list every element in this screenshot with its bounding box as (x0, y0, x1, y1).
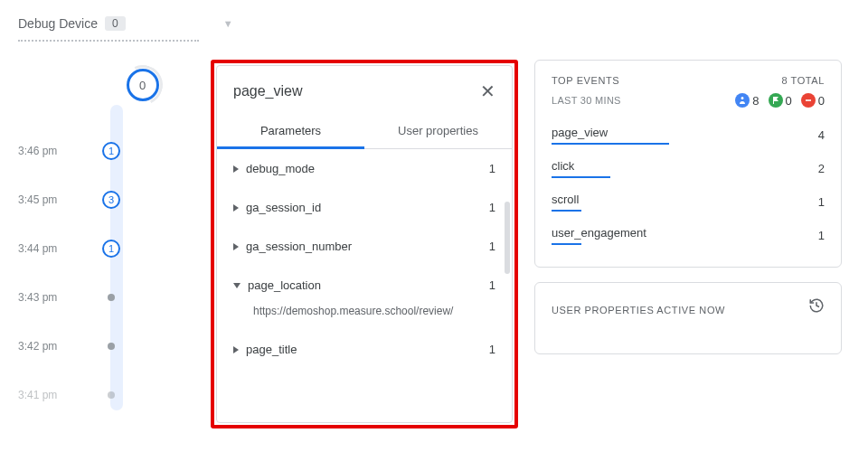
timeline-count-marker[interactable]: 1 (102, 142, 120, 160)
param-row[interactable]: page_title1 (233, 330, 495, 369)
user-properties-title: USER PROPERTIES ACTIVE NOW (552, 305, 725, 315)
timeline: 0 3:46 pm13:45 pm33:44 pm13:43 pm3:42 pm… (18, 60, 194, 419)
top-event-name: scroll (552, 193, 581, 206)
timeline-dot-marker[interactable] (108, 391, 115, 399)
history-icon[interactable] (808, 297, 825, 316)
top-event-count: 2 (818, 162, 825, 175)
param-row[interactable]: ga_session_id1 (233, 188, 495, 227)
stat-errors: 0 (801, 93, 825, 108)
top-event-row[interactable]: user_engagement1 (552, 219, 825, 252)
top-event-name: page_view (552, 126, 669, 139)
timeline-dot-marker[interactable] (108, 343, 115, 350)
flag-icon (769, 93, 783, 108)
tab-user-properties[interactable]: User properties (364, 115, 512, 148)
top-event-bar (552, 243, 581, 245)
chevron-right-icon[interactable] (233, 346, 239, 353)
chevron-right-icon[interactable] (233, 243, 239, 250)
timeline-row[interactable]: 3:45 pm3 (18, 175, 194, 224)
user-properties-card: USER PROPERTIES ACTIVE NOW (534, 282, 842, 354)
top-events-title: TOP EVENTS (552, 75, 619, 86)
timeline-time: 3:43 pm (18, 291, 81, 304)
top-event-name: user_engagement (552, 226, 646, 240)
top-event-bar (552, 210, 581, 212)
top-events-card: TOP EVENTS 8 TOTAL LAST 30 MINS 8 (534, 60, 842, 268)
param-count: 1 (489, 343, 495, 356)
user-icon (735, 93, 750, 108)
debug-device-count-badge: 0 (105, 16, 126, 31)
timeline-dot-marker[interactable] (108, 294, 115, 301)
param-count: 1 (489, 162, 495, 175)
top-events-subtitle: LAST 30 MINS (552, 95, 621, 106)
timeline-count-marker[interactable]: 1 (102, 240, 120, 258)
timeline-row[interactable]: 3:46 pm1 (18, 127, 194, 175)
top-events-total: 8 TOTAL (781, 75, 825, 86)
timeline-time: 3:42 pm (18, 340, 81, 353)
top-event-row[interactable]: scroll1 (552, 185, 825, 219)
top-event-count: 1 (818, 229, 825, 242)
param-name: debug_mode (246, 162, 315, 175)
param-count: 1 (489, 201, 495, 214)
param-count: 1 (489, 278, 495, 292)
scrollbar[interactable] (505, 202, 510, 274)
param-name: page_title (246, 343, 297, 356)
param-name: ga_session_id (246, 201, 321, 214)
top-event-row[interactable]: page_view4 (552, 118, 825, 152)
stat-conversions: 0 (769, 93, 792, 108)
timeline-time: 3:46 pm (18, 145, 81, 157)
event-panel-title: page_view (233, 83, 303, 99)
timeline-count-marker[interactable]: 3 (102, 191, 120, 209)
top-event-row[interactable]: click2 (552, 152, 825, 185)
chevron-right-icon[interactable] (233, 204, 239, 212)
param-row[interactable]: ga_session_number1 (233, 227, 495, 266)
divider (18, 40, 199, 42)
timeline-time: 3:41 pm (18, 389, 81, 401)
param-count: 1 (489, 240, 495, 253)
stat-users: 8 (735, 93, 759, 108)
param-row[interactable]: page_location1 (233, 266, 495, 305)
param-name: ga_session_number (246, 240, 352, 253)
timeline-row[interactable]: 3:44 pm1 (18, 224, 194, 273)
timeline-time: 3:44 pm (18, 242, 81, 255)
top-event-count: 1 (818, 195, 825, 209)
timeline-row[interactable]: 3:41 pm (18, 371, 194, 419)
timeline-row[interactable]: 3:43 pm (18, 273, 194, 322)
top-event-bar (552, 176, 610, 178)
chevron-down-icon[interactable] (233, 283, 241, 288)
debug-device-title: Debug Device (18, 16, 98, 31)
timeline-row[interactable]: 3:42 pm (18, 322, 194, 371)
svg-rect-0 (806, 99, 811, 101)
header: Debug Device 0 ▼ (0, 0, 868, 40)
chevron-right-icon[interactable] (233, 165, 239, 173)
close-icon[interactable]: ✕ (480, 80, 495, 102)
tab-parameters[interactable]: Parameters (217, 115, 364, 149)
top-event-count: 4 (818, 128, 825, 142)
param-name: page_location (248, 278, 321, 292)
tabs: Parameters User properties (217, 115, 512, 149)
timeline-time: 3:45 pm (18, 193, 81, 206)
param-value: https://demoshop.measure.school/review/ (233, 305, 495, 330)
error-icon (801, 93, 816, 108)
top-event-name: click (552, 159, 610, 173)
event-detail-panel: page_view ✕ Parameters User properties d… (211, 60, 518, 428)
top-event-bar (552, 143, 669, 145)
dropdown-icon[interactable]: ▼ (223, 18, 233, 29)
timeline-current-circle[interactable]: 0 (127, 69, 159, 101)
param-row[interactable]: debug_mode1 (233, 149, 495, 188)
